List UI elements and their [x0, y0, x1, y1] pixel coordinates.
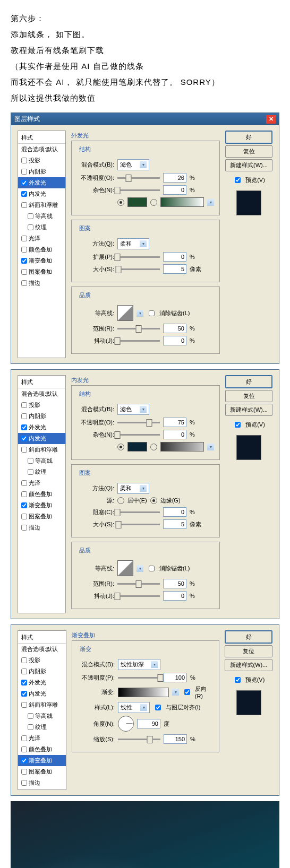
- texture-item[interactable]: 纹理: [18, 722, 66, 733]
- texture-item[interactable]: 纹理: [18, 466, 65, 478]
- reset-button[interactable]: 复位: [225, 645, 272, 657]
- size-value[interactable]: 5: [163, 264, 186, 274]
- glow-color-swatch[interactable]: [127, 442, 147, 452]
- noise-slider[interactable]: [117, 434, 160, 436]
- range-slider[interactable]: [117, 328, 160, 329]
- new-style-button[interactable]: 新建样式(W)...: [225, 404, 272, 416]
- technique-dropdown[interactable]: 柔和▾: [117, 238, 149, 249]
- antialias-checkbox[interactable]: [149, 566, 155, 571]
- align-checkbox[interactable]: [155, 705, 161, 710]
- inner-shadow-item[interactable]: 内阴影: [18, 166, 65, 177]
- new-style-button[interactable]: 新建样式(W)...: [225, 659, 272, 671]
- glow-gradient-swatch[interactable]: [160, 197, 204, 207]
- blend-mode-dropdown[interactable]: 滤色▾: [117, 404, 149, 415]
- contour-item[interactable]: 等高线: [18, 455, 65, 466]
- choke-slider[interactable]: [117, 511, 160, 513]
- spread-value[interactable]: 0: [163, 252, 186, 262]
- angle-value[interactable]: 90: [137, 719, 160, 728]
- style-dropdown[interactable]: 线性▾: [118, 702, 150, 713]
- reset-button[interactable]: 复位: [225, 390, 272, 402]
- gradient-radio[interactable]: [150, 444, 157, 450]
- contour-picker[interactable]: [117, 305, 133, 321]
- reverse-checkbox[interactable]: [184, 689, 190, 695]
- opacity-slider[interactable]: [117, 422, 160, 423]
- drop-shadow-item[interactable]: 投影: [18, 155, 65, 166]
- gradient-picker[interactable]: [118, 688, 169, 697]
- color-radio[interactable]: [117, 444, 124, 450]
- close-button[interactable]: ✕: [266, 115, 276, 124]
- opacity-slider[interactable]: [118, 677, 160, 679]
- gradient-picker-icon[interactable]: ▾: [207, 199, 214, 206]
- opacity-value[interactable]: 100: [164, 673, 187, 682]
- gradient-dropdown-icon[interactable]: ▾: [172, 689, 178, 696]
- blend-mode-dropdown[interactable]: 滤色▾: [117, 159, 149, 170]
- blend-options-item[interactable]: 混合选项:默认: [18, 644, 66, 655]
- opacity-slider[interactable]: [117, 177, 160, 179]
- jitter-slider[interactable]: [117, 595, 160, 597]
- inner-shadow-item[interactable]: 内阴影: [18, 666, 66, 677]
- gradient-overlay-item[interactable]: 渐变叠加: [18, 255, 65, 266]
- color-overlay-item[interactable]: 颜色叠加: [18, 244, 65, 255]
- drop-shadow-item[interactable]: 投影: [18, 400, 65, 411]
- opacity-value[interactable]: 26: [163, 173, 186, 183]
- size-slider[interactable]: [117, 268, 160, 270]
- contour-item[interactable]: 等高线: [18, 710, 66, 722]
- noise-value[interactable]: 0: [163, 430, 186, 439]
- range-value[interactable]: 50: [163, 324, 186, 333]
- choke-value[interactable]: 0: [163, 507, 186, 517]
- gradient-overlay-item[interactable]: 渐变叠加: [18, 755, 66, 766]
- source-edge-radio[interactable]: [150, 497, 157, 504]
- ok-button[interactable]: 好: [225, 630, 272, 644]
- range-value[interactable]: 50: [163, 579, 186, 588]
- preview-checkbox[interactable]: [235, 677, 241, 683]
- noise-slider[interactable]: [117, 189, 160, 191]
- color-overlay-item[interactable]: 颜色叠加: [18, 489, 65, 500]
- contour-dropdown-icon[interactable]: ▾: [137, 565, 143, 572]
- stroke-item[interactable]: 描边: [18, 522, 65, 533]
- antialias-checkbox[interactable]: [149, 310, 155, 316]
- outer-glow-item[interactable]: 外发光: [18, 177, 65, 188]
- new-style-button[interactable]: 新建样式(W)...: [225, 159, 272, 171]
- ok-button[interactable]: 好: [225, 131, 272, 144]
- noise-value[interactable]: 0: [163, 185, 186, 195]
- gradient-radio[interactable]: [150, 199, 157, 206]
- scale-slider[interactable]: [118, 739, 160, 740]
- glow-color-swatch[interactable]: [127, 197, 147, 207]
- inner-glow-item[interactable]: 内发光: [18, 188, 65, 199]
- contour-dropdown-icon[interactable]: ▾: [137, 310, 143, 317]
- angle-dial[interactable]: [118, 716, 134, 732]
- technique-dropdown[interactable]: 柔和▾: [117, 483, 149, 494]
- inner-glow-item[interactable]: 内发光: [18, 433, 65, 444]
- pattern-overlay-item[interactable]: 图案叠加: [18, 511, 65, 522]
- gradient-picker-icon[interactable]: ▾: [207, 444, 214, 450]
- satin-item[interactable]: 光泽: [18, 233, 65, 244]
- contour-picker[interactable]: [117, 560, 133, 576]
- jitter-value[interactable]: 0: [163, 336, 186, 345]
- size-value[interactable]: 5: [163, 519, 186, 529]
- preview-checkbox[interactable]: [235, 177, 241, 183]
- scale-value[interactable]: 150: [164, 734, 187, 744]
- stroke-item[interactable]: 描边: [18, 777, 66, 788]
- color-radio[interactable]: [117, 199, 124, 206]
- reset-button[interactable]: 复位: [225, 145, 272, 158]
- outer-glow-item[interactable]: 外发光: [18, 677, 66, 688]
- drop-shadow-item[interactable]: 投影: [18, 655, 66, 666]
- texture-item[interactable]: 纹理: [18, 222, 65, 233]
- preview-checkbox[interactable]: [235, 422, 241, 428]
- satin-item[interactable]: 光泽: [18, 733, 66, 744]
- blend-options-item[interactable]: 混合选项:默认: [18, 388, 65, 400]
- outer-glow-item[interactable]: 外发光: [18, 422, 65, 433]
- bevel-emboss-item[interactable]: 斜面和浮雕: [18, 699, 66, 710]
- size-slider[interactable]: [117, 524, 160, 525]
- spread-slider[interactable]: [117, 256, 160, 258]
- contour-item[interactable]: 等高线: [18, 211, 65, 222]
- jitter-slider[interactable]: [117, 340, 160, 342]
- source-center-radio[interactable]: [117, 497, 124, 504]
- opacity-value[interactable]: 75: [163, 418, 186, 427]
- stroke-item[interactable]: 描边: [18, 277, 65, 289]
- gradient-overlay-item[interactable]: 渐变叠加: [18, 500, 65, 511]
- bevel-emboss-item[interactable]: 斜面和浮雕: [18, 444, 65, 455]
- pattern-overlay-item[interactable]: 图案叠加: [18, 766, 66, 777]
- pattern-overlay-item[interactable]: 图案叠加: [18, 266, 65, 277]
- range-slider[interactable]: [117, 583, 160, 585]
